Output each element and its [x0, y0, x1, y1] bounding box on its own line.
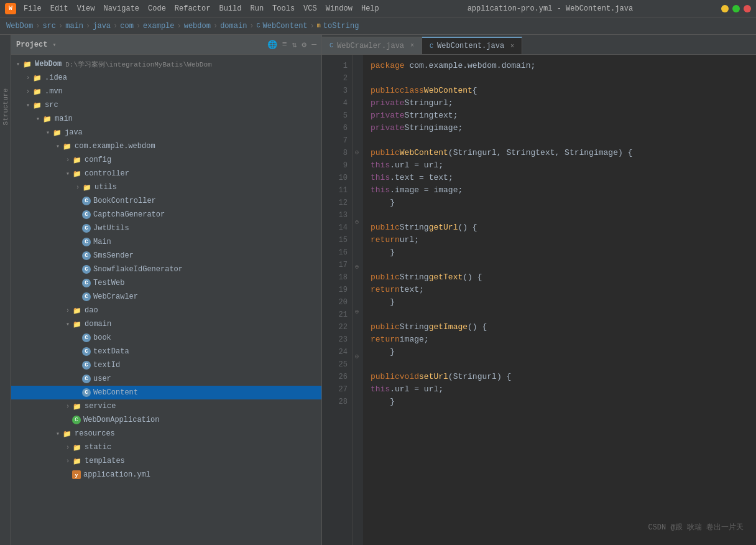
- breadcrumb-example[interactable]: example: [143, 22, 174, 30]
- close-button[interactable]: [744, 5, 751, 12]
- expand-arrow[interactable]: ›: [24, 75, 32, 82]
- tree-item-java[interactable]: ▾ 📁 java: [11, 126, 321, 139]
- tree-item-application-yml[interactable]: y application.yml: [11, 468, 321, 482]
- maximize-button[interactable]: [732, 5, 740, 12]
- folder-icon: 📁: [62, 429, 72, 439]
- tree-item-src[interactable]: ▾ 📁 src: [11, 98, 321, 112]
- tree-item-utils[interactable]: › 📁 utils: [11, 180, 321, 194]
- folder-icon: 📁: [72, 305, 82, 315]
- expand-arrow[interactable]: ▾: [53, 142, 62, 150]
- expand-arrow[interactable]: ›: [63, 458, 72, 465]
- tree-item-service[interactable]: › 📁 service: [11, 399, 321, 413]
- expand-arrow[interactable]: ▾: [63, 320, 72, 328]
- expand-arrow[interactable]: ▾: [14, 60, 22, 68]
- tree-item-templates[interactable]: › 📁 templates: [11, 454, 321, 468]
- menu-navigate[interactable]: Navigate: [103, 4, 139, 13]
- breadcrumb-com[interactable]: com: [120, 22, 134, 30]
- menu-run[interactable]: Run: [250, 4, 264, 13]
- tree-item-book[interactable]: C book: [11, 331, 321, 345]
- breadcrumb-webdom2[interactable]: webdom: [184, 22, 211, 30]
- tree-item-com-example[interactable]: ▾ 📁 com.example.webdom: [11, 139, 321, 153]
- expand-arrow[interactable]: ›: [24, 88, 32, 95]
- line-numbers: 12345 678910 1112131415 1617181920 21222…: [322, 55, 353, 545]
- menu-refactor[interactable]: Refactor: [175, 4, 211, 13]
- tree-item-textid[interactable]: C textId: [11, 358, 321, 372]
- expand-arrow[interactable]: ›: [63, 307, 72, 314]
- structure-tab[interactable]: Structure: [1, 85, 11, 129]
- folder-icon: 📁: [52, 128, 62, 137]
- menu-file[interactable]: File: [24, 4, 42, 13]
- code-line-12: }: [371, 197, 749, 209]
- tree-item-webcontent[interactable]: C WebContent: [11, 386, 321, 399]
- expand-arrow[interactable]: ›: [63, 403, 72, 410]
- tree-item-resources[interactable]: ▾ 📁 resources: [11, 427, 321, 440]
- tree-item-webdom[interactable]: ▾ 📁 WebDom D:\学习案例\integrationMyBatis\We…: [11, 57, 321, 71]
- fold-icon[interactable]: ⊖: [353, 147, 361, 154]
- menu-window[interactable]: Window: [326, 4, 353, 13]
- expand-arrow[interactable]: ▾: [44, 129, 52, 136]
- breadcrumb-webcontent[interactable]: WebContent: [263, 22, 308, 30]
- tree-item-controller[interactable]: ▾ 📁 controller: [11, 167, 321, 180]
- expand-arrow[interactable]: ▾: [34, 115, 42, 123]
- tree-item-main-class[interactable]: C Main: [11, 235, 321, 249]
- minimize-button[interactable]: [721, 5, 729, 12]
- fold-icon[interactable]: ⊖: [353, 261, 361, 269]
- menu-code[interactable]: Code: [148, 4, 166, 13]
- tab-close-button[interactable]: ×: [510, 43, 514, 50]
- menu-edit[interactable]: Edit: [50, 4, 68, 13]
- tree-item-webdomapp[interactable]: C WebDomApplication: [11, 413, 321, 427]
- fold-icon[interactable]: ⊖: [353, 217, 361, 224]
- code-content[interactable]: package com.example.webdom.domain; publi…: [363, 55, 756, 545]
- code-line-18: public String getText() {: [371, 271, 749, 284]
- list-icon[interactable]: ≡: [282, 40, 287, 50]
- breadcrumb-domain[interactable]: domain: [220, 22, 247, 30]
- breadcrumb-java[interactable]: java: [93, 22, 111, 30]
- tab-webcrawler[interactable]: C WebCrawler.java ×: [322, 37, 422, 54]
- expand-arrow[interactable]: ▾: [63, 170, 72, 177]
- tree-item-textdata[interactable]: C textData: [11, 345, 321, 358]
- menu-help[interactable]: Help: [361, 4, 379, 13]
- sort-icon[interactable]: ⇅: [292, 40, 297, 50]
- class-icon: C: [82, 292, 91, 301]
- expand-arrow[interactable]: ›: [63, 157, 72, 164]
- tree-item-main[interactable]: ▾ 📁 main: [11, 112, 321, 126]
- tree-item-domain[interactable]: ▾ 📁 domain: [11, 317, 321, 331]
- tree-item-dao[interactable]: › 📁 dao: [11, 304, 321, 317]
- code-editor[interactable]: 12345 678910 1112131415 1617181920 21222…: [322, 55, 756, 545]
- breadcrumb-tostring[interactable]: toString: [323, 22, 359, 30]
- expand-arrow[interactable]: ›: [63, 444, 72, 451]
- tree-item-bookcontroller[interactable]: C BookController: [11, 194, 321, 208]
- class-icon: C: [257, 22, 260, 29]
- menu-vcs[interactable]: VCS: [303, 4, 317, 13]
- code-line-5: private String text;: [371, 109, 749, 122]
- fold-icon[interactable]: ⊖: [353, 351, 361, 358]
- tree-item-static[interactable]: › 📁 static: [11, 440, 321, 454]
- tree-item-mvn[interactable]: › 📁 .mvn: [11, 85, 321, 98]
- breadcrumb-src[interactable]: src: [42, 22, 56, 30]
- tab-close-button[interactable]: ×: [410, 42, 414, 49]
- menu-build[interactable]: Build: [219, 4, 241, 13]
- menu-view[interactable]: View: [77, 4, 95, 13]
- breadcrumb-webdom[interactable]: WebDom: [6, 22, 33, 30]
- expand-arrow[interactable]: ▾: [53, 430, 62, 437]
- menu-tools[interactable]: Tools: [272, 4, 295, 13]
- expand-arrow[interactable]: ▾: [24, 101, 32, 109]
- tab-webcontent[interactable]: C WebContent.java ×: [422, 37, 522, 54]
- breadcrumb-main[interactable]: main: [65, 22, 83, 30]
- class-icon: C: [82, 197, 91, 205]
- fold-icon[interactable]: ⊖: [353, 306, 361, 314]
- minimize-panel-icon[interactable]: —: [311, 40, 316, 50]
- tree-item-captcha[interactable]: C CaptchaGenerator: [11, 208, 321, 221]
- tree-item-smssender[interactable]: C SmsSender: [11, 249, 321, 263]
- globe-icon[interactable]: 🌐: [267, 40, 277, 50]
- tree-item-testweb[interactable]: C TestWeb: [11, 276, 321, 290]
- settings-icon[interactable]: ⚙: [302, 40, 307, 50]
- tree-item-webcrawler[interactable]: C WebCrawler: [11, 290, 321, 304]
- expand-arrow[interactable]: ›: [73, 184, 82, 191]
- tree-item-snowflake[interactable]: C SnowflakeIdGenerator: [11, 263, 321, 276]
- tree-item-config[interactable]: › 📁 config: [11, 153, 321, 167]
- tree-item-idea[interactable]: › 📁 .idea: [11, 71, 321, 85]
- tree-item-jwtutils[interactable]: C JwtUtils: [11, 221, 321, 235]
- tree-item-user[interactable]: C user: [11, 372, 321, 386]
- chevron-down-icon[interactable]: ▾: [52, 41, 56, 49]
